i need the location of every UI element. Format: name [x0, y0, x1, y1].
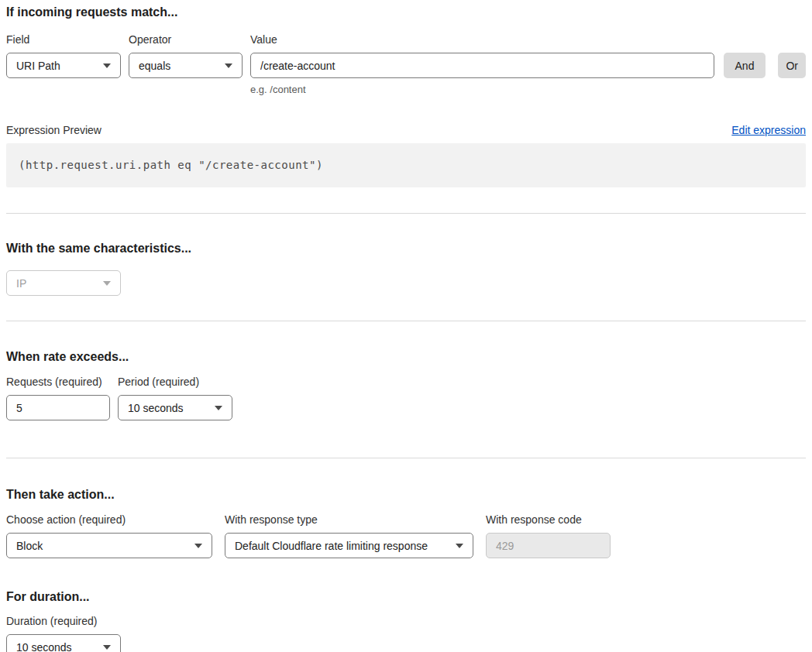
requests-input[interactable]: [6, 395, 110, 420]
chevron-down-icon: [103, 281, 111, 286]
period-label: Period (required): [118, 376, 232, 388]
action-controls-row: Choose action (required) Block With resp…: [6, 514, 806, 558]
section-divider: [6, 213, 806, 214]
match-controls-row: Field URI Path Operator equals Value e.g…: [6, 34, 806, 95]
rate-section-title: When rate exceeds...: [6, 351, 806, 363]
characteristic-dropdown-value: IP: [16, 277, 26, 290]
period-dropdown-value: 10 seconds: [128, 402, 184, 414]
characteristic-dropdown: IP: [6, 270, 121, 296]
chevron-down-icon: [194, 544, 202, 548]
duration-dropdown-value: 10 seconds: [16, 641, 72, 652]
or-button[interactable]: Or: [778, 53, 806, 78]
field-dropdown[interactable]: URI Path: [6, 53, 121, 78]
value-hint: e.g. /content: [250, 84, 714, 95]
section-divider: [6, 458, 806, 458]
response-type-dropdown-value: Default Cloudflare rate limiting respons…: [235, 540, 428, 552]
action-dropdown-value: Block: [16, 540, 43, 552]
field-dropdown-value: URI Path: [16, 60, 60, 72]
rate-controls-row: Requests (required) Period (required) 10…: [6, 376, 806, 420]
action-dropdown[interactable]: Block: [6, 533, 212, 558]
chevron-down-icon: [103, 645, 111, 650]
response-code-label: With response code: [486, 514, 611, 526]
section-divider: [6, 321, 806, 321]
characteristics-section-title: With the same characteristics...: [6, 242, 806, 255]
operator-dropdown[interactable]: equals: [129, 53, 243, 78]
edit-expression-link[interactable]: Edit expression: [731, 124, 806, 136]
response-code-input: [486, 533, 611, 558]
chevron-down-icon: [215, 406, 222, 410]
operator-label: Operator: [129, 34, 243, 46]
and-button[interactable]: And: [724, 53, 766, 78]
expression-preview-label: Expression Preview: [6, 124, 102, 136]
chevron-down-icon: [225, 63, 232, 68]
choose-action-label: Choose action (required): [6, 514, 212, 526]
duration-label: Duration (required): [6, 616, 806, 627]
response-type-dropdown[interactable]: Default Cloudflare rate limiting respons…: [225, 533, 473, 558]
value-input[interactable]: [250, 53, 714, 78]
requests-label: Requests (required): [6, 376, 110, 388]
duration-dropdown[interactable]: 10 seconds: [6, 634, 121, 652]
response-type-label: With response type: [225, 514, 473, 526]
expression-preview-code: (http.request.uri.path eq "/create-accou…: [6, 143, 806, 187]
operator-dropdown-value: equals: [139, 60, 170, 72]
chevron-down-icon: [103, 63, 111, 68]
period-dropdown[interactable]: 10 seconds: [118, 395, 232, 420]
duration-control: Duration (required) 10 seconds: [6, 616, 806, 652]
action-section-title: Then take action...: [6, 489, 806, 501]
match-section-title: If incoming requests match...: [6, 6, 806, 19]
value-label: Value: [250, 34, 714, 46]
duration-section-title: For duration...: [6, 591, 806, 603]
field-label: Field: [6, 34, 121, 46]
chevron-down-icon: [456, 544, 463, 548]
expression-preview-header: Expression Preview Edit expression: [6, 124, 806, 136]
